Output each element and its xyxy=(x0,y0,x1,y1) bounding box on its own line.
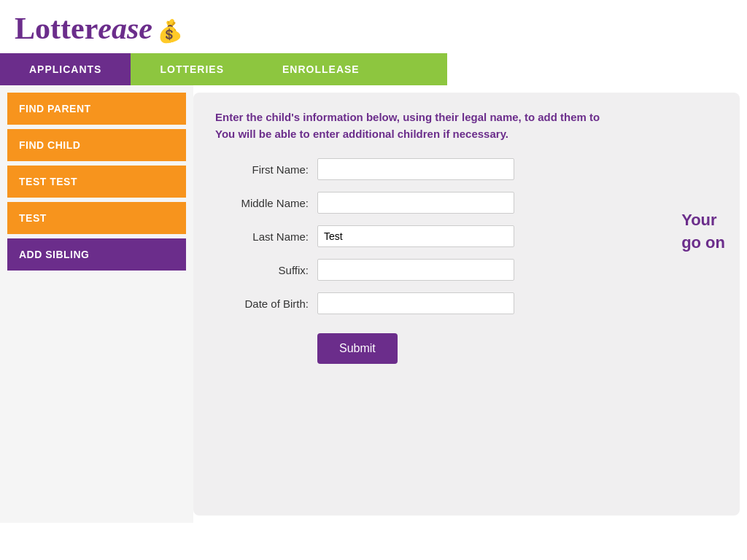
sidebar-btn-find-parent[interactable]: FIND PARENT xyxy=(7,93,186,125)
tab-lotteries[interactable]: LOTTERIES xyxy=(131,53,253,85)
label-dob: Date of Birth: xyxy=(215,298,317,310)
sidebar-btn-find-child[interactable]: FIND CHILD xyxy=(7,129,186,161)
label-first-name: First Name: xyxy=(215,163,317,176)
info-text-line1: Enter the child's information below, usi… xyxy=(215,111,718,123)
nav-tabs: APPLICANTS LOTTERIES ENROLLEASE xyxy=(0,53,747,85)
form-row-middle-name: Middle Name: xyxy=(215,192,718,214)
info-text-line2: You will be able to enter additional chi… xyxy=(215,128,718,140)
sidebar-btn-test[interactable]: TEST xyxy=(7,202,186,234)
form-row-last-name: Last Name: xyxy=(215,225,718,247)
tab-extra[interactable] xyxy=(389,53,447,85)
submit-row: Submit xyxy=(215,326,718,364)
logo-icon: 💰 xyxy=(153,17,184,47)
label-last-name: Last Name: xyxy=(215,230,317,243)
main-layout: FIND PARENT FIND CHILD TEST TEST TEST AD… xyxy=(0,85,747,523)
side-text-line1: Your xyxy=(681,209,725,232)
input-suffix[interactable] xyxy=(317,259,514,281)
content-area: Enter the child's information below, usi… xyxy=(193,93,740,516)
logo: Lotterease💰 xyxy=(15,11,182,46)
input-middle-name[interactable] xyxy=(317,192,514,214)
side-text: Your go on xyxy=(681,209,725,254)
label-middle-name: Middle Name: xyxy=(215,197,317,209)
label-suffix: Suffix: xyxy=(215,264,317,276)
form-row-dob: Date of Birth: xyxy=(215,292,718,314)
submit-button[interactable]: Submit xyxy=(317,333,398,364)
input-dob[interactable] xyxy=(317,292,514,314)
logo-text-part1: Lotter xyxy=(15,12,98,45)
sidebar-btn-add-sibling[interactable]: ADD SIBLING xyxy=(7,238,186,271)
input-last-name[interactable] xyxy=(317,225,514,247)
form-row-first-name: First Name: xyxy=(215,158,718,180)
header: Lotterease💰 xyxy=(0,0,747,53)
tab-applicants[interactable]: APPLICANTS xyxy=(0,53,131,85)
sidebar-btn-test-test[interactable]: TEST TEST xyxy=(7,166,186,198)
child-form: First Name: Middle Name: Last Name: Suff… xyxy=(215,158,718,364)
form-row-suffix: Suffix: xyxy=(215,259,718,281)
tab-enrollease[interactable]: ENROLLEASE xyxy=(253,53,389,85)
input-first-name[interactable] xyxy=(317,158,514,180)
logo-text-part2: ease xyxy=(98,12,152,45)
sidebar: FIND PARENT FIND CHILD TEST TEST TEST AD… xyxy=(0,85,193,523)
side-text-line2: go on xyxy=(681,232,725,254)
